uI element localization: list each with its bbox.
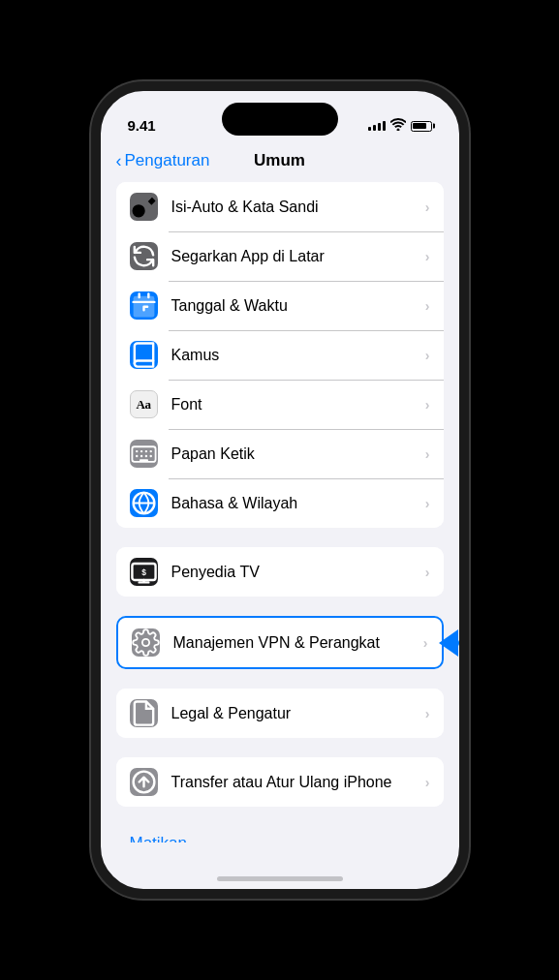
chevron-right-icon: › [425,348,430,363]
list-item[interactable]: Segarkan App di Latar › [116,231,444,281]
back-label: Pengaturan [125,151,210,170]
item-label: Manajemen VPN & Perangkat [173,634,423,652]
list-item[interactable]: Papan Ketik › [116,429,444,478]
arrow-head-icon [439,629,458,657]
section-general-settings: Isi-Auto & Kata Sandi › Segarkan App di … [116,182,444,528]
document-icon [130,699,158,727]
keyboard-icon [130,440,158,468]
tv-icon: $ [130,558,158,586]
list-item[interactable]: Tanggal & Waktu › [116,281,444,330]
chevron-right-icon: › [425,496,430,511]
svg-text:$: $ [141,567,146,577]
signal-icon [368,121,386,131]
list-item[interactable]: Aa Font › [116,380,444,429]
globe-icon [130,489,158,517]
arrow-indicator [439,629,459,657]
font-icon: Aa [130,390,158,418]
battery-icon [411,121,432,132]
chevron-right-icon: › [425,706,430,721]
gear-icon [132,628,160,657]
back-chevron-icon: ‹ [116,151,122,171]
item-label: Font [171,396,425,413]
scroll-area[interactable]: Isi-Auto & Kata Sandi › Segarkan App di … [101,182,459,842]
chevron-right-icon: › [425,249,430,264]
dynamic-island [222,103,338,136]
section-transfer: Transfer atau Atur Ulang iPhone › [116,757,444,807]
nav-bar: ‹ Pengaturan Umum [101,143,459,182]
aa-text: Aa [137,397,151,413]
item-label: Legal & Pengatur [171,705,425,722]
status-time: 9.41 [128,117,156,134]
item-label: Papan Ketik [171,445,425,463]
vpn-item[interactable]: Manajemen VPN & Perangkat › [118,618,442,667]
item-label: Tanggal & Waktu [171,297,425,315]
chevron-right-icon: › [423,635,428,651]
list-item[interactable]: Transfer atau Atur Ulang iPhone › [116,757,444,807]
list-item[interactable]: Legal & Pengatur › [116,689,444,738]
section-tv: $ Penyedia TV › [116,547,444,597]
refresh-icon [130,242,158,270]
status-icons [368,118,432,134]
list-item[interactable]: Bahasa & Wilayah › [116,478,444,528]
item-label: Kamus [171,347,425,364]
list-item[interactable]: Isi-Auto & Kata Sandi › [116,182,444,231]
item-label: Transfer atau Atur Ulang iPhone [171,774,425,791]
page-title: Umum [254,151,305,170]
back-button[interactable]: ‹ Pengaturan [116,151,210,171]
power-off-label: Matikan [130,834,188,842]
item-label: Isi-Auto & Kata Sandi [171,199,425,216]
item-label: Penyedia TV [171,564,425,581]
arrow-body [458,639,459,647]
chevron-right-icon: › [425,565,430,580]
chevron-right-icon: › [425,199,430,215]
list-item[interactable]: $ Penyedia TV › [116,547,444,597]
key-icon [130,193,158,221]
clock-icon [130,291,158,320]
content-area: ‹ Pengaturan Umum Isi-Auto & Kata Sandi … [101,143,459,889]
item-label: Bahasa & Wilayah [171,495,425,512]
book-icon [130,341,158,369]
section-vpn: Manajemen VPN & Perangkat › [116,616,444,669]
wifi-icon [390,118,406,134]
chevron-right-icon: › [425,775,430,790]
item-label: Segarkan App di Latar [171,248,425,265]
vpn-highlighted-wrapper: Manajemen VPN & Perangkat › [116,616,444,669]
chevron-right-icon: › [425,298,430,314]
section-legal: Legal & Pengatur › [116,689,444,738]
chevron-right-icon: › [425,446,430,462]
chevron-right-icon: › [425,397,430,413]
home-indicator [217,876,343,881]
list-item[interactable]: Kamus › [116,330,444,380]
arrow-circle-icon [130,768,158,796]
power-off-link[interactable]: Matikan [101,826,459,842]
phone-frame: 9.41 ‹ Pengaturan [91,81,469,899]
